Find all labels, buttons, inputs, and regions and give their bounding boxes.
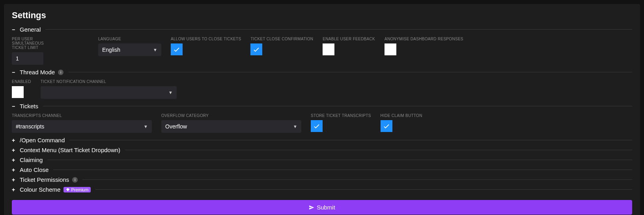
anon-checkbox[interactable] [385, 43, 396, 55]
notif-channel-select[interactable]: ▼ [41, 86, 177, 99]
label: TRANSCRIPTS CHANNEL [12, 113, 152, 118]
divider [45, 29, 632, 30]
section-title: Context Menu (Start Ticket Dropdown) [20, 147, 120, 153]
language-select[interactable]: English ▼ [98, 43, 161, 56]
section-title: Colour Scheme [20, 186, 60, 193]
field-language: LANGUAGE English ▼ [98, 37, 161, 65]
divider [53, 170, 632, 170]
divider [68, 72, 632, 72]
section-header-tickets[interactable]: − Tickets [12, 103, 632, 109]
label: PER USER SIMULTANEOUS TICKET LIMIT [12, 37, 43, 50]
check-icon [173, 45, 181, 53]
premium-badge: Premium [63, 187, 91, 192]
label: ENABLED [12, 79, 31, 84]
label: STORE TICKET TRANSCRIPTS [311, 113, 371, 118]
field-per-user-limit: PER USER SIMULTANEOUS TICKET LIMIT [12, 37, 43, 65]
thread-mode-row: ENABLED TICKET NOTIFICATION CHANNEL ▼ [12, 79, 632, 99]
label: ANONYMISE DASHBOARD RESPONSES [385, 37, 463, 41]
collapsed-sections: + /Open Command + Context Menu (Start Ti… [12, 137, 632, 193]
minus-icon: − [12, 103, 17, 109]
field-overflow: OVERFLOW CATEGORY Overflow ▼ [161, 113, 301, 133]
label: OVERFLOW CATEGORY [161, 113, 301, 118]
minus-icon: − [12, 26, 17, 33]
field-close-confirm: TICKET CLOSE CONFIRMATION [250, 37, 313, 65]
section-header-context-menu[interactable]: + Context Menu (Start Ticket Dropdown) [12, 147, 632, 153]
chevron-down-icon: ▼ [168, 90, 173, 95]
section-title: General [20, 26, 41, 33]
field-notif-channel: TICKET NOTIFICATION CHANNEL ▼ [41, 79, 177, 99]
section-title: Ticket Permissions [20, 176, 69, 183]
select-value: Overflow [165, 123, 187, 130]
section-header-general[interactable]: − General [12, 26, 632, 33]
overflow-select[interactable]: Overflow ▼ [161, 120, 301, 133]
section-header-thread-mode[interactable]: − Thread Mode i [12, 69, 632, 75]
plus-icon: + [12, 137, 17, 143]
label: ALLOW USERS TO CLOSE TICKETS [171, 37, 241, 41]
plus-icon: + [12, 147, 17, 153]
section-title: /Open Command [20, 137, 65, 143]
info-icon[interactable]: i [72, 177, 78, 183]
divider [82, 179, 632, 180]
transcripts-channel-select[interactable]: #transcripts ▼ [12, 120, 152, 133]
close-confirm-checkbox[interactable] [250, 43, 262, 55]
settings-panel: Settings − General PER USER SIMULTANEOUS… [4, 4, 640, 215]
section-title: Tickets [20, 103, 38, 109]
check-icon [383, 122, 390, 130]
badge-text: Premium [71, 187, 88, 192]
field-anon: ANONYMISE DASHBOARD RESPONSES [385, 37, 463, 65]
section-title: Thread Mode [20, 69, 55, 75]
allow-close-checkbox[interactable] [171, 43, 183, 55]
plus-icon: + [12, 167, 17, 173]
diamond-icon [66, 188, 70, 192]
field-feedback: ENABLE USER FEEDBACK [323, 37, 375, 65]
plus-icon: + [12, 157, 17, 163]
tickets-row: TRANSCRIPTS CHANNEL #transcripts ▼ OVERF… [12, 113, 632, 133]
plus-icon: + [12, 177, 17, 183]
check-icon [252, 45, 260, 53]
submit-button[interactable]: Submit [12, 200, 632, 215]
chevron-down-icon: ▼ [153, 47, 157, 52]
store-transcripts-checkbox[interactable] [311, 120, 323, 132]
divider [47, 160, 632, 160]
chevron-down-icon: ▼ [293, 124, 297, 129]
select-value: #transcripts [16, 123, 44, 130]
label: TICKET CLOSE CONFIRMATION [250, 37, 313, 41]
section-title: Auto Close [20, 166, 49, 173]
label: LANGUAGE [98, 37, 161, 41]
thread-enabled-checkbox[interactable] [12, 86, 24, 98]
field-thread-enabled: ENABLED [12, 79, 31, 99]
section-header-colour-scheme[interactable]: + Colour Scheme Premium [12, 186, 632, 193]
section-header-ticket-permissions[interactable]: + Ticket Permissions i [12, 176, 632, 183]
feedback-checkbox[interactable] [323, 43, 334, 55]
section-header-open-command[interactable]: + /Open Command [12, 137, 632, 143]
hide-claim-checkbox[interactable] [381, 120, 392, 132]
label: HIDE CLAIM BUTTON [381, 113, 422, 118]
page-title: Settings [12, 10, 632, 21]
label: ENABLE USER FEEDBACK [323, 37, 375, 41]
submit-label: Submit [317, 204, 335, 211]
field-allow-close: ALLOW USERS TO CLOSE TICKETS [171, 37, 241, 65]
field-hide-claim: HIDE CLAIM BUTTON [381, 113, 422, 133]
per-user-limit-input[interactable] [12, 52, 43, 65]
section-header-claiming[interactable]: + Claiming [12, 157, 632, 163]
check-icon [313, 122, 321, 130]
divider [43, 106, 632, 106]
section-title: Claiming [20, 157, 43, 163]
minus-icon: − [12, 69, 17, 75]
general-row: PER USER SIMULTANEOUS TICKET LIMIT LANGU… [12, 37, 632, 65]
divider [125, 150, 632, 150]
paper-plane-icon [309, 205, 314, 210]
plus-icon: + [12, 187, 17, 193]
section-header-auto-close[interactable]: + Auto Close [12, 166, 632, 173]
field-store-transcripts: STORE TICKET TRANSCRIPTS [311, 113, 371, 133]
chevron-down-icon: ▼ [144, 124, 148, 129]
label: TICKET NOTIFICATION CHANNEL [41, 79, 177, 84]
info-icon[interactable]: i [58, 70, 63, 75]
select-value: English [102, 47, 120, 53]
field-transcripts-channel: TRANSCRIPTS CHANNEL #transcripts ▼ [12, 113, 152, 133]
divider [95, 189, 632, 190]
divider [69, 140, 632, 140]
